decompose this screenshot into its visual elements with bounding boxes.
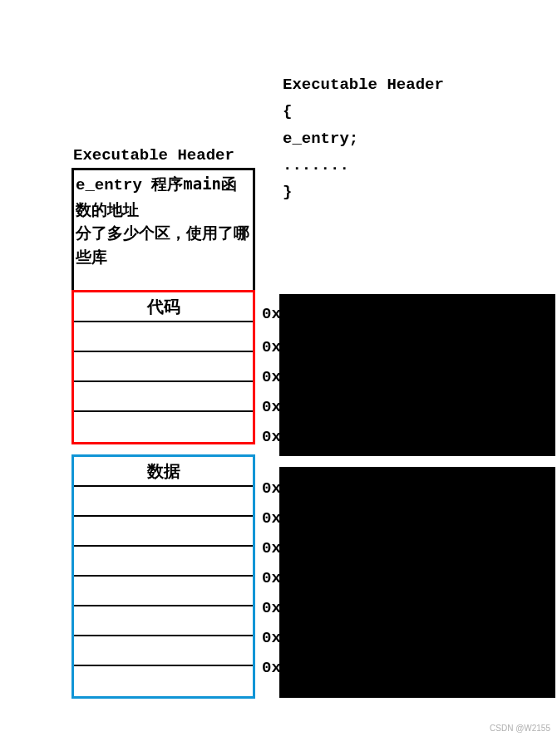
watermark: CSDN @W2155 — [490, 724, 550, 733]
executable-header-box: e_entry 程序main函数的地址 分了多少个区，使用了哪些库 — [71, 168, 255, 292]
addr-label: 0x — [262, 593, 281, 623]
struct-line: ....... — [283, 152, 444, 179]
addr-label: 0x — [262, 533, 281, 563]
struct-code-block: Executable Header { e_entry; ....... } — [283, 71, 444, 205]
data-row — [74, 517, 253, 547]
code-row — [74, 382, 253, 412]
data-row — [74, 547, 253, 577]
data-section-box: 数据 — [71, 454, 255, 699]
code-row — [74, 322, 253, 352]
struct-line: Executable Header — [283, 71, 444, 98]
addr-label: 0x — [262, 297, 281, 331]
black-block-data — [279, 467, 555, 698]
data-row — [74, 636, 253, 666]
executable-header-title-left: Executable Header — [71, 146, 255, 164]
addr-label: 0x — [262, 563, 281, 593]
code-section-box: 代码 — [71, 290, 255, 444]
data-title: 数据 — [74, 457, 253, 487]
header-box-mono: e_entry — [76, 176, 142, 194]
code-title: 代码 — [74, 292, 253, 322]
addr-label: 0x — [262, 332, 281, 362]
addr-list-data: 0x 0x 0x 0x 0x 0x 0x — [262, 474, 281, 683]
addr-list-code: 0x 0x 0x 0x 0x — [262, 297, 281, 452]
data-row — [74, 606, 253, 636]
addr-label: 0x — [262, 623, 281, 653]
addr-label: 0x — [262, 422, 281, 452]
struct-line: e_entry; — [283, 125, 444, 152]
data-row — [74, 487, 253, 517]
code-row — [74, 412, 253, 442]
header-box-cn2: 分了多少个区，使用了哪些库 — [76, 223, 249, 266]
addr-label: 0x — [262, 653, 281, 683]
data-row — [74, 666, 253, 696]
addr-label: 0x — [262, 474, 281, 503]
struct-line: } — [283, 179, 444, 205]
addr-label: 0x — [262, 362, 281, 392]
code-row — [74, 352, 253, 382]
black-block-code — [279, 294, 555, 456]
data-row — [74, 577, 253, 606]
left-column: Executable Header e_entry 程序main函数的地址 分了… — [71, 146, 255, 699]
struct-line: { — [283, 98, 444, 125]
addr-label: 0x — [262, 392, 281, 422]
addr-label: 0x — [262, 503, 281, 533]
